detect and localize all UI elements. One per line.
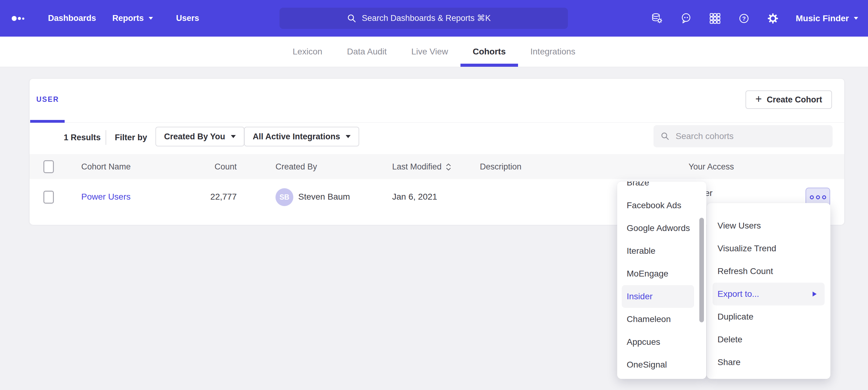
cohort-search-input[interactable] (676, 131, 833, 141)
apps-grid-icon[interactable] (709, 12, 721, 25)
logo-dot-medium (18, 17, 21, 20)
column-header-created-by[interactable]: Created By (276, 162, 317, 172)
menu-item-insider[interactable]: Insider (622, 285, 694, 308)
column-header-last-modified[interactable]: Last Modified (392, 162, 452, 172)
tab-data-audit[interactable]: Data Audit (335, 37, 399, 67)
nav-item-label: Reports (112, 13, 144, 23)
tab-cohorts[interactable]: Cohorts (461, 37, 518, 67)
export-targets-submenu: Braze Facebook Ads Google Adwords Iterab… (617, 182, 706, 379)
project-name: Music Finder (796, 13, 849, 23)
menu-item-share[interactable]: Share (707, 351, 831, 374)
menu-item-moengage[interactable]: MoEngage (617, 262, 706, 285)
feedback-icon[interactable] (680, 12, 692, 25)
project-selector[interactable]: Music Finder (796, 13, 858, 23)
tab-label: Data Audit (347, 47, 386, 57)
help-icon[interactable]: ? (738, 12, 750, 25)
sort-icon (445, 162, 452, 172)
menu-item-delete[interactable]: Delete (707, 328, 831, 351)
cohort-search-bar[interactable] (653, 125, 833, 147)
search-icon (347, 13, 357, 24)
plus-icon: + (755, 94, 762, 105)
tab-label: Cohorts (473, 47, 506, 57)
chevron-down-icon (231, 135, 236, 138)
column-header-count[interactable]: Count (196, 162, 237, 172)
settings-gear-icon[interactable] (767, 12, 779, 25)
tab-lexicon[interactable]: Lexicon (280, 37, 335, 67)
submenu-scrollbar[interactable] (699, 218, 704, 322)
logo-dot-small (22, 18, 24, 20)
svg-text:?: ? (742, 15, 746, 22)
filter-by-label: Filter by (115, 133, 147, 142)
integrations-filter-label: All Active Integrations (253, 132, 340, 141)
menu-item-export-to[interactable]: Export to... (713, 283, 825, 305)
menu-item-duplicate[interactable]: Duplicate (707, 305, 831, 328)
section-tabs: Lexicon Data Audit Live View Cohorts Int… (0, 37, 868, 67)
nav-item-users[interactable]: Users (176, 0, 199, 37)
results-count: 1 Results (64, 133, 101, 142)
menu-item-braze[interactable]: Braze (617, 182, 706, 194)
nav-item-label: Dashboards (48, 13, 96, 23)
tab-label: Integrations (530, 47, 575, 57)
nav-right-group: ? (651, 0, 858, 37)
nav-item-dashboards[interactable]: Dashboards (48, 0, 96, 37)
integrations-filter-dropdown[interactable]: All Active Integrations (244, 127, 359, 147)
table-header-row: Cohort Name Count Created By Last Modifi… (30, 154, 844, 179)
search-icon (660, 131, 670, 141)
tab-user-cohorts[interactable]: USER (36, 95, 59, 104)
dot-icon (810, 195, 814, 199)
dot-icon (822, 195, 826, 199)
menu-item-facebook-ads[interactable]: Facebook Ads (617, 194, 706, 217)
global-search-bar[interactable] (279, 8, 568, 29)
column-header-cohort-name[interactable]: Cohort Name (81, 162, 131, 172)
chevron-down-icon (149, 17, 153, 20)
menu-item-iterable[interactable]: Iterable (617, 239, 706, 262)
global-search-input[interactable] (362, 13, 501, 23)
column-header-your-access[interactable]: Your Access (688, 162, 734, 172)
create-cohort-label: Create Cohort (767, 95, 822, 105)
submenu-arrow-icon (813, 292, 816, 296)
menu-item-refresh-count[interactable]: Refresh Count (707, 260, 831, 283)
app-window: Dashboards Reports Users (0, 0, 868, 390)
tab-integrations[interactable]: Integrations (518, 37, 588, 67)
chevron-down-icon (346, 135, 350, 138)
row-actions-list: View Users Visualize Trend Refresh Count… (707, 203, 831, 374)
export-targets-list: Braze Facebook Ads Google Adwords Iterab… (617, 182, 706, 376)
export-to-label: Export to... (717, 289, 759, 299)
last-modified-date: Jan 6, 2021 (392, 192, 437, 202)
active-tab-underline (30, 120, 65, 123)
dot-icon (816, 195, 820, 199)
logo-dot-large (12, 16, 17, 21)
created-by-filter-label: Created By You (164, 132, 225, 141)
avatar: SB (276, 188, 293, 206)
menu-item-visualize-trend[interactable]: Visualize Trend (707, 237, 831, 260)
top-nav-bar: Dashboards Reports Users (0, 0, 868, 37)
created-by-filter-dropdown[interactable]: Created By You (155, 127, 244, 147)
menu-item-google-adwords[interactable]: Google Adwords (617, 217, 706, 239)
select-all-checkbox[interactable] (43, 160, 54, 173)
card-header: USER + Create Cohort (30, 79, 844, 123)
create-cohort-button[interactable]: + Create Cohort (745, 90, 832, 109)
menu-item-view-users[interactable]: View Users (707, 215, 831, 237)
cohort-count: 22,777 (196, 192, 237, 202)
cohort-name-link[interactable]: Power Users (81, 192, 130, 202)
data-management-icon[interactable] (651, 12, 663, 25)
nav-item-label: Users (176, 13, 199, 23)
menu-item-chameleon[interactable]: Chameleon (617, 308, 706, 331)
filter-divider (105, 130, 106, 145)
tab-label: Live View (411, 47, 448, 57)
row-actions-menu: View Users Visualize Trend Refresh Count… (707, 203, 831, 379)
row-checkbox[interactable] (43, 191, 54, 204)
tab-live-view[interactable]: Live View (399, 37, 460, 67)
created-by-name: Steven Baum (298, 192, 350, 202)
last-modified-label: Last Modified (392, 162, 442, 172)
tab-label: Lexicon (293, 47, 322, 57)
chevron-down-icon (854, 17, 858, 20)
column-header-description[interactable]: Description (480, 162, 521, 172)
nav-item-reports[interactable]: Reports (112, 0, 153, 37)
menu-item-onesignal[interactable]: OneSignal (617, 353, 706, 376)
menu-item-appcues[interactable]: Appcues (617, 331, 706, 353)
